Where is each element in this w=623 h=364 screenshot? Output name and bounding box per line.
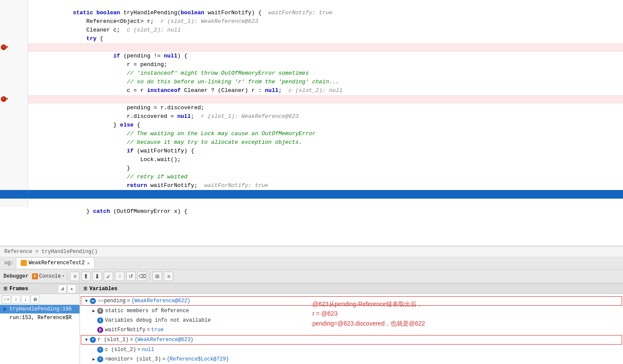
- variables-panel: ☰ Variables ▼ ∞ ○○pending = {WeakReferen…: [80, 284, 623, 364]
- frames-sub-toolbar: ✓ ▾ ↑ ↓ ⊘: [0, 294, 79, 305]
- var-expand-debug: [90, 317, 97, 324]
- var-name-monitor: <monitor> (slot_3): [105, 356, 161, 362]
- var-name-static: static members of Reference: [105, 308, 189, 314]
- line-gutter: [0, 86, 28, 95]
- var-value-monitor: {Reference$Lock@729}: [167, 356, 229, 362]
- debugger-toolbar: Debugger C Console ▾ ≡ ⬆ ⬇ ↙ ↑ ↺ ⌫ ⊞ ≡: [0, 269, 623, 283]
- code-content: // retry if waited: [28, 164, 623, 173]
- code-line: return waitForNotify; waitForNotify: tru…: [0, 173, 623, 181]
- frames-down-btn[interactable]: ↓: [21, 295, 30, 304]
- code-content: Cleaner c; c (slot_2): null: [28, 17, 623, 26]
- var-icon-pending: ∞: [90, 298, 96, 304]
- code-line: // The waiting on the Lock may cause an …: [0, 121, 623, 130]
- frames-filter-btn[interactable]: ⊘: [31, 295, 39, 304]
- var-value-wait: true: [151, 327, 164, 333]
- settings-button[interactable]: ≡: [164, 272, 173, 281]
- code-line: if (waitForNotify) {: [0, 138, 623, 147]
- var-row-c[interactable]: ≡ c (slot_2) = null: [89, 345, 623, 355]
- line-gutter-breakpoint2: ✓ ◈: [0, 95, 28, 104]
- var-eq-pending: =: [127, 298, 130, 304]
- var-expand-r[interactable]: ▼: [83, 336, 90, 343]
- line-gutter: [0, 17, 28, 26]
- code-content: // unlink 'r' from 'pending' chain: [28, 86, 623, 95]
- code-editor: static boolean tryHandlePending(boolean …: [0, 0, 623, 246]
- var-icon-monitor: ≡: [97, 356, 103, 362]
- code-line: Lock.wait();: [0, 147, 623, 155]
- line-gutter: [0, 0, 28, 9]
- tab-close-button[interactable]: ✕: [87, 260, 90, 266]
- drop-frame-button[interactable]: ⌫: [137, 272, 147, 281]
- code-line: try {: [0, 26, 623, 35]
- code-content: } catch (OutOfMemoryError x) {: [28, 199, 623, 207]
- code-line: Reference<Object> r; r (slot_1): WeakRef…: [0, 9, 623, 17]
- console-label-text: Console: [39, 273, 61, 279]
- var-expand-wait: [90, 326, 97, 333]
- breadcrumb: Reference > tryHandlePending(): [0, 246, 623, 256]
- frame-item-run[interactable]: run:153, Reference$R: [0, 313, 79, 322]
- frames-panel-header: ☰ Frames ⊿ +: [0, 284, 79, 294]
- step-over-button[interactable]: ⬆: [81, 272, 91, 281]
- variables-header-label: Variables: [89, 286, 118, 292]
- frames-add-button[interactable]: +: [67, 285, 76, 293]
- var-name-wait: waitForNotify: [105, 327, 146, 333]
- frames-pin-button[interactable]: ⊿: [58, 285, 67, 293]
- line-gutter-blue: [0, 191, 28, 198]
- breadcrumb-text: Reference > tryHandlePending(): [4, 249, 98, 255]
- annotation-overlay: @623从pending-Reference链表取出后， r = @623 pe…: [309, 296, 623, 332]
- code-line-catch: } catch (OutOfMemoryError x) {: [0, 199, 623, 207]
- reset-button[interactable]: ↺: [126, 272, 136, 281]
- code-content: if (pending != null) {: [28, 43, 623, 52]
- code-content: c = r instanceof Cleaner ? (Cleaner) r :…: [28, 78, 623, 86]
- run-cursor-button[interactable]: ↑: [115, 272, 124, 281]
- code-line: // 'instanceof' might throw OutOfMemoryE…: [0, 60, 623, 69]
- code-content: static boolean tryHandlePending(boolean …: [28, 0, 623, 9]
- line-gutter: [0, 173, 28, 181]
- var-expand-pending[interactable]: ▼: [83, 298, 90, 304]
- var-icon-info: i: [97, 317, 103, 323]
- frames-panel-wrapper: ☰ Frames ⊿ + ✓ ▾ ↑ ↓ ⊘ tryHandlePending:…: [0, 284, 80, 364]
- code-content: // so do this before un-linking 'r' from…: [28, 69, 623, 78]
- frames-up-btn[interactable]: ↑: [12, 295, 20, 304]
- code-line: r.discovered = null; r (slot_1): WeakRef…: [0, 104, 623, 112]
- var-name-c: c (slot_2): [105, 347, 136, 353]
- code-line: r = pending;: [0, 52, 623, 60]
- tab-weakreferencetest2[interactable]: WeakReferenceTest2 ✕: [16, 257, 95, 269]
- frame-item-tryhandlepending[interactable]: tryHandlePending:196: [0, 305, 79, 313]
- tab-label: WeakReferenceTest2: [29, 260, 85, 266]
- var-expand-monitor[interactable]: ▶: [90, 356, 97, 363]
- var-row-r[interactable]: ▼ ≡ r (slot_1) = {WeakReference@623}: [81, 335, 622, 345]
- var-expand-static[interactable]: ▶: [90, 307, 97, 314]
- evaluate-button[interactable]: ⊞: [153, 272, 162, 281]
- code-content: try {: [28, 26, 623, 35]
- tab-file-icon: [21, 260, 27, 266]
- code-content: pending = r.discovered;: [28, 95, 623, 104]
- line-gutter: [0, 130, 28, 138]
- frames-check-dropdown[interactable]: ✓ ▾: [2, 295, 11, 304]
- annotation-line1: @623从pending-Reference链表取出后，: [312, 299, 620, 309]
- line-gutter: [0, 9, 28, 17]
- variables-icon: ☰: [83, 286, 87, 291]
- annotation-line2: r = @623: [312, 309, 620, 318]
- console-button[interactable]: C Console ▾: [32, 273, 65, 279]
- step-into-button[interactable]: ⬇: [92, 272, 102, 281]
- toolbar-separator-2: [149, 272, 150, 280]
- line-gutter: [0, 26, 28, 35]
- code-line: // so do this before un-linking 'r' from…: [0, 69, 623, 78]
- code-content: synchronized (Lock) {: [28, 35, 623, 43]
- var-icon-r: ≡: [90, 337, 96, 343]
- code-content: r = pending;: [28, 52, 623, 60]
- menu-lines-button[interactable]: ≡: [70, 272, 79, 281]
- code-line-if-pending: ✓ ◈ if (pending != null) {: [0, 43, 623, 52]
- toolbar-separator-1: [67, 272, 67, 280]
- line-gutter: [0, 60, 28, 69]
- code-line: }: [0, 181, 623, 190]
- var-name-info: Variables debug info not available: [105, 317, 211, 323]
- code-content: // The waiting on the Lock may cause an …: [28, 121, 623, 130]
- var-row-monitor[interactable]: ▶ ≡ <monitor> (slot_3) = {Reference$Lock…: [89, 355, 623, 364]
- step-out-button[interactable]: ↙: [104, 272, 113, 281]
- var-value-pending: {WeakReference@622}: [131, 298, 191, 304]
- ug-label: ug:: [2, 260, 16, 266]
- code-content: // because it may try to allocate except…: [28, 130, 623, 138]
- line-gutter: [0, 181, 28, 190]
- console-dropdown-arrow[interactable]: ▾: [62, 274, 64, 279]
